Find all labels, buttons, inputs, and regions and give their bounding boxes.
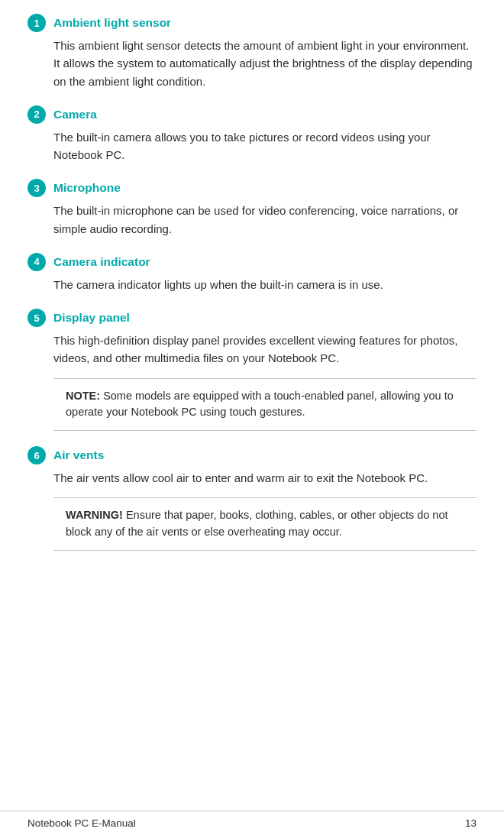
item-header-1: 1Ambient light sensor xyxy=(27,14,477,32)
item-header-2: 2Camera xyxy=(27,105,477,124)
item-body-5: This high-definition display panel provi… xyxy=(27,332,477,367)
item-body-3: The built-in microphone can be used for … xyxy=(27,202,477,238)
item-block-2: 2CameraThe built-in camera allows you to… xyxy=(27,105,477,164)
warning-label-6: WARNING! xyxy=(66,509,123,521)
item-badge-4: 4 xyxy=(27,253,46,271)
item-header-5: 5Display panel xyxy=(27,309,477,327)
page-footer: Notebook PC E-Manual 13 xyxy=(0,811,504,835)
item-title-1: Ambient light sensor xyxy=(53,16,171,30)
item-badge-5: 5 xyxy=(27,309,46,327)
note-label-5: NOTE: xyxy=(66,390,100,402)
item-badge-2: 2 xyxy=(27,105,46,124)
item-body-2: The built-in camera allows you to take p… xyxy=(27,128,477,164)
note-box-5: NOTE: Some models are equipped with a to… xyxy=(53,378,477,432)
item-body-4: The camera indicator lights up when the … xyxy=(27,276,477,293)
item-block-3: 3MicrophoneThe built-in microphone can b… xyxy=(27,179,477,238)
warning-box-6: WARNING! Ensure that paper, books, cloth… xyxy=(53,497,477,551)
item-badge-6: 6 xyxy=(27,446,46,464)
item-body-6: The air vents allow cool air to enter an… xyxy=(27,469,477,487)
footer-left: Notebook PC E-Manual xyxy=(27,817,136,829)
page-content: 1Ambient light sensorThis ambient light … xyxy=(0,0,504,612)
item-title-6: Air vents xyxy=(53,448,104,462)
item-badge-1: 1 xyxy=(27,14,46,32)
item-block-4: 4Camera indicatorThe camera indicator li… xyxy=(27,253,477,293)
item-header-3: 3Microphone xyxy=(27,179,477,197)
footer-right: 13 xyxy=(465,817,477,829)
item-body-1: This ambient light sensor detects the am… xyxy=(27,37,477,90)
item-title-3: Microphone xyxy=(53,181,121,195)
item-header-4: 4Camera indicator xyxy=(27,253,477,271)
item-header-6: 6Air vents xyxy=(27,446,477,464)
item-badge-3: 3 xyxy=(27,179,46,197)
item-block-1: 1Ambient light sensorThis ambient light … xyxy=(27,14,477,90)
item-title-5: Display panel xyxy=(53,311,130,325)
item-title-4: Camera indicator xyxy=(53,255,150,269)
item-block-6: 6Air ventsThe air vents allow cool air t… xyxy=(27,446,477,551)
item-title-2: Camera xyxy=(53,108,97,121)
item-block-5: 5Display panelThis high-definition displ… xyxy=(27,309,477,431)
